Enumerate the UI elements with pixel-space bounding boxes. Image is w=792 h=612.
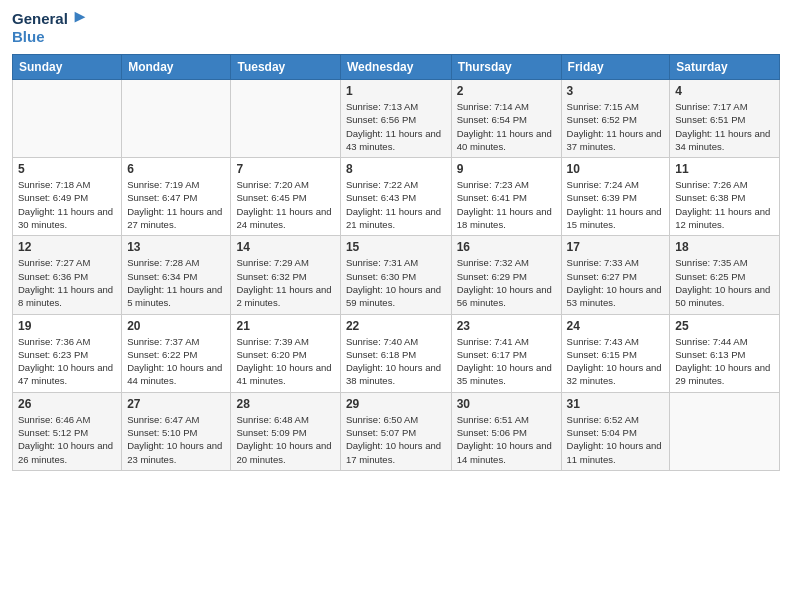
week-row-2: 5Sunrise: 7:18 AM Sunset: 6:49 PM Daylig… [13, 158, 780, 236]
day-cell: 28Sunrise: 6:48 AM Sunset: 5:09 PM Dayli… [231, 392, 340, 470]
day-number: 18 [675, 240, 774, 254]
day-number: 25 [675, 319, 774, 333]
day-cell: 12Sunrise: 7:27 AM Sunset: 6:36 PM Dayli… [13, 236, 122, 314]
day-cell: 13Sunrise: 7:28 AM Sunset: 6:34 PM Dayli… [122, 236, 231, 314]
day-number: 17 [567, 240, 665, 254]
day-cell: 30Sunrise: 6:51 AM Sunset: 5:06 PM Dayli… [451, 392, 561, 470]
day-cell: 31Sunrise: 6:52 AM Sunset: 5:04 PM Dayli… [561, 392, 670, 470]
day-cell: 4Sunrise: 7:17 AM Sunset: 6:51 PM Daylig… [670, 80, 780, 158]
day-info: Sunrise: 7:17 AM Sunset: 6:51 PM Dayligh… [675, 100, 774, 153]
day-cell: 26Sunrise: 6:46 AM Sunset: 5:12 PM Dayli… [13, 392, 122, 470]
day-number: 7 [236, 162, 334, 176]
day-info: Sunrise: 7:44 AM Sunset: 6:13 PM Dayligh… [675, 335, 774, 388]
day-info: Sunrise: 7:43 AM Sunset: 6:15 PM Dayligh… [567, 335, 665, 388]
day-cell [122, 80, 231, 158]
day-number: 31 [567, 397, 665, 411]
calendar-table: SundayMondayTuesdayWednesdayThursdayFrid… [12, 54, 780, 471]
day-info: Sunrise: 6:51 AM Sunset: 5:06 PM Dayligh… [457, 413, 556, 466]
week-row-3: 12Sunrise: 7:27 AM Sunset: 6:36 PM Dayli… [13, 236, 780, 314]
day-info: Sunrise: 7:28 AM Sunset: 6:34 PM Dayligh… [127, 256, 225, 309]
day-cell: 22Sunrise: 7:40 AM Sunset: 6:18 PM Dayli… [340, 314, 451, 392]
day-cell: 19Sunrise: 7:36 AM Sunset: 6:23 PM Dayli… [13, 314, 122, 392]
day-number: 5 [18, 162, 116, 176]
day-number: 6 [127, 162, 225, 176]
day-info: Sunrise: 7:31 AM Sunset: 6:30 PM Dayligh… [346, 256, 446, 309]
day-number: 15 [346, 240, 446, 254]
day-cell: 16Sunrise: 7:32 AM Sunset: 6:29 PM Dayli… [451, 236, 561, 314]
day-info: Sunrise: 7:33 AM Sunset: 6:27 PM Dayligh… [567, 256, 665, 309]
day-number: 28 [236, 397, 334, 411]
day-number: 3 [567, 84, 665, 98]
weekday-header-tuesday: Tuesday [231, 55, 340, 80]
day-number: 14 [236, 240, 334, 254]
day-cell: 25Sunrise: 7:44 AM Sunset: 6:13 PM Dayli… [670, 314, 780, 392]
day-number: 22 [346, 319, 446, 333]
day-info: Sunrise: 7:18 AM Sunset: 6:49 PM Dayligh… [18, 178, 116, 231]
day-info: Sunrise: 7:29 AM Sunset: 6:32 PM Dayligh… [236, 256, 334, 309]
day-cell: 8Sunrise: 7:22 AM Sunset: 6:43 PM Daylig… [340, 158, 451, 236]
logo-text-blue: Blue [12, 28, 45, 46]
week-row-5: 26Sunrise: 6:46 AM Sunset: 5:12 PM Dayli… [13, 392, 780, 470]
day-info: Sunrise: 7:36 AM Sunset: 6:23 PM Dayligh… [18, 335, 116, 388]
day-info: Sunrise: 7:37 AM Sunset: 6:22 PM Dayligh… [127, 335, 225, 388]
day-info: Sunrise: 7:41 AM Sunset: 6:17 PM Dayligh… [457, 335, 556, 388]
day-cell: 2Sunrise: 7:14 AM Sunset: 6:54 PM Daylig… [451, 80, 561, 158]
day-number: 8 [346, 162, 446, 176]
day-info: Sunrise: 7:35 AM Sunset: 6:25 PM Dayligh… [675, 256, 774, 309]
day-cell: 14Sunrise: 7:29 AM Sunset: 6:32 PM Dayli… [231, 236, 340, 314]
day-cell: 10Sunrise: 7:24 AM Sunset: 6:39 PM Dayli… [561, 158, 670, 236]
logo: General Blue [12, 10, 89, 46]
day-number: 13 [127, 240, 225, 254]
day-cell [670, 392, 780, 470]
day-cell: 27Sunrise: 6:47 AM Sunset: 5:10 PM Dayli… [122, 392, 231, 470]
day-cell: 1Sunrise: 7:13 AM Sunset: 6:56 PM Daylig… [340, 80, 451, 158]
day-number: 11 [675, 162, 774, 176]
day-number: 26 [18, 397, 116, 411]
day-info: Sunrise: 7:22 AM Sunset: 6:43 PM Dayligh… [346, 178, 446, 231]
day-info: Sunrise: 7:24 AM Sunset: 6:39 PM Dayligh… [567, 178, 665, 231]
day-info: Sunrise: 7:15 AM Sunset: 6:52 PM Dayligh… [567, 100, 665, 153]
weekday-header-monday: Monday [122, 55, 231, 80]
weekday-header-saturday: Saturday [670, 55, 780, 80]
day-number: 29 [346, 397, 446, 411]
header: General Blue [12, 10, 780, 46]
day-number: 16 [457, 240, 556, 254]
page-container: General Blue SundayMondayTuesdayWednesda… [0, 0, 792, 479]
day-cell: 18Sunrise: 7:35 AM Sunset: 6:25 PM Dayli… [670, 236, 780, 314]
day-cell: 24Sunrise: 7:43 AM Sunset: 6:15 PM Dayli… [561, 314, 670, 392]
day-info: Sunrise: 6:48 AM Sunset: 5:09 PM Dayligh… [236, 413, 334, 466]
day-info: Sunrise: 7:19 AM Sunset: 6:47 PM Dayligh… [127, 178, 225, 231]
day-number: 20 [127, 319, 225, 333]
day-cell: 21Sunrise: 7:39 AM Sunset: 6:20 PM Dayli… [231, 314, 340, 392]
day-number: 10 [567, 162, 665, 176]
day-number: 27 [127, 397, 225, 411]
day-cell: 29Sunrise: 6:50 AM Sunset: 5:07 PM Dayli… [340, 392, 451, 470]
day-info: Sunrise: 6:50 AM Sunset: 5:07 PM Dayligh… [346, 413, 446, 466]
day-info: Sunrise: 7:27 AM Sunset: 6:36 PM Dayligh… [18, 256, 116, 309]
day-info: Sunrise: 6:46 AM Sunset: 5:12 PM Dayligh… [18, 413, 116, 466]
day-info: Sunrise: 7:13 AM Sunset: 6:56 PM Dayligh… [346, 100, 446, 153]
day-cell: 17Sunrise: 7:33 AM Sunset: 6:27 PM Dayli… [561, 236, 670, 314]
day-number: 4 [675, 84, 774, 98]
weekday-header-row: SundayMondayTuesdayWednesdayThursdayFrid… [13, 55, 780, 80]
day-info: Sunrise: 7:26 AM Sunset: 6:38 PM Dayligh… [675, 178, 774, 231]
day-number: 12 [18, 240, 116, 254]
weekday-header-friday: Friday [561, 55, 670, 80]
day-info: Sunrise: 7:14 AM Sunset: 6:54 PM Dayligh… [457, 100, 556, 153]
day-info: Sunrise: 7:39 AM Sunset: 6:20 PM Dayligh… [236, 335, 334, 388]
logo-text-general: General [12, 10, 68, 28]
day-cell: 3Sunrise: 7:15 AM Sunset: 6:52 PM Daylig… [561, 80, 670, 158]
day-number: 23 [457, 319, 556, 333]
logo-flag-icon [71, 10, 89, 28]
day-info: Sunrise: 7:20 AM Sunset: 6:45 PM Dayligh… [236, 178, 334, 231]
day-cell: 20Sunrise: 7:37 AM Sunset: 6:22 PM Dayli… [122, 314, 231, 392]
week-row-4: 19Sunrise: 7:36 AM Sunset: 6:23 PM Dayli… [13, 314, 780, 392]
weekday-header-sunday: Sunday [13, 55, 122, 80]
day-info: Sunrise: 7:32 AM Sunset: 6:29 PM Dayligh… [457, 256, 556, 309]
day-info: Sunrise: 7:40 AM Sunset: 6:18 PM Dayligh… [346, 335, 446, 388]
day-number: 1 [346, 84, 446, 98]
day-cell [13, 80, 122, 158]
day-info: Sunrise: 7:23 AM Sunset: 6:41 PM Dayligh… [457, 178, 556, 231]
weekday-header-wednesday: Wednesday [340, 55, 451, 80]
weekday-header-thursday: Thursday [451, 55, 561, 80]
